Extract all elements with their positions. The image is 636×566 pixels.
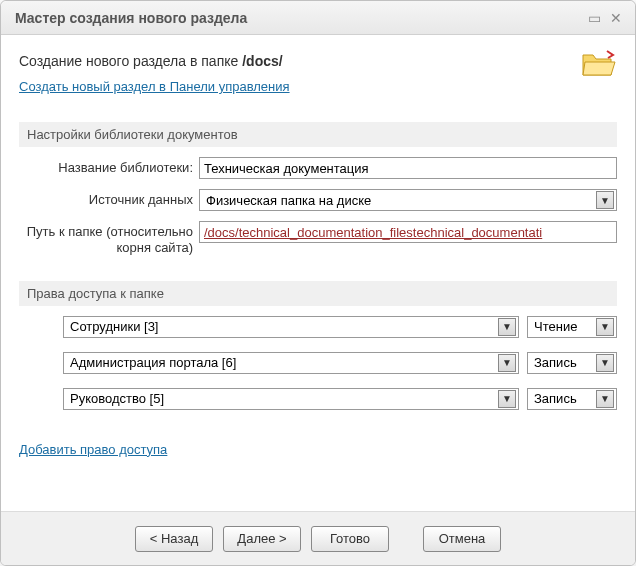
label-data-source: Источник данных xyxy=(19,189,199,208)
select-access-perm-1[interactable]: Запись ▼ xyxy=(527,352,617,374)
heading: Создание нового раздела в папке /docs/ xyxy=(19,53,617,69)
titlebar: Мастер создания нового раздела ▭ ✕ xyxy=(1,1,635,35)
select-access-group-0-value: Сотрудники [3] xyxy=(70,319,498,334)
select-access-perm-0[interactable]: Чтение ▼ xyxy=(527,316,617,338)
label-folder-path: Путь к папке (относительно корня сайта) xyxy=(19,221,199,257)
section-access-rights: Права доступа к папке xyxy=(19,281,617,306)
section-library-settings: Настройки библиотеки документов xyxy=(19,122,617,147)
dialog-content: Создание нового раздела в папке /docs/ С… xyxy=(1,35,635,511)
heading-prefix: Создание нового раздела в папке xyxy=(19,53,242,69)
input-library-name[interactable] xyxy=(199,157,617,179)
chevron-down-icon: ▼ xyxy=(596,354,614,372)
access-row: Сотрудники [3] ▼ Чтение ▼ xyxy=(63,316,617,338)
close-button[interactable]: ✕ xyxy=(607,9,625,27)
row-data-source: Источник данных Физическая папка на диск… xyxy=(19,189,617,211)
cancel-button[interactable]: Отмена xyxy=(423,526,501,552)
chevron-down-icon: ▼ xyxy=(596,390,614,408)
wizard-dialog: Мастер создания нового раздела ▭ ✕ Созда… xyxy=(0,0,636,566)
chevron-down-icon: ▼ xyxy=(498,318,516,336)
chevron-down-icon: ▼ xyxy=(498,354,516,372)
minimize-button[interactable]: ▭ xyxy=(585,9,603,27)
back-button[interactable]: < Назад xyxy=(135,526,213,552)
next-button[interactable]: Далее > xyxy=(223,526,301,552)
select-access-group-0[interactable]: Сотрудники [3] ▼ xyxy=(63,316,519,338)
finish-button[interactable]: Готово xyxy=(311,526,389,552)
select-access-group-1[interactable]: Администрация портала [6] ▼ xyxy=(63,352,519,374)
access-row: Администрация портала [6] ▼ Запись ▼ xyxy=(63,352,617,374)
dialog-title: Мастер создания нового раздела xyxy=(15,10,581,26)
select-data-source-value: Физическая папка на диске xyxy=(206,193,596,208)
folder-icon xyxy=(581,49,617,82)
add-access-link[interactable]: Добавить право доступа xyxy=(19,442,167,457)
select-access-perm-2-value: Запись xyxy=(534,391,596,406)
select-access-group-2-value: Руководство [5] xyxy=(70,391,498,406)
select-access-perm-1-value: Запись xyxy=(534,355,596,370)
row-library-name: Название библиотеки: xyxy=(19,157,617,179)
label-library-name: Название библиотеки: xyxy=(19,157,199,176)
row-folder-path: Путь к папке (относительно корня сайта) xyxy=(19,221,617,257)
select-access-perm-2[interactable]: Запись ▼ xyxy=(527,388,617,410)
control-panel-link[interactable]: Создать новый раздел в Панели управления xyxy=(19,79,290,94)
chevron-down-icon: ▼ xyxy=(596,318,614,336)
heading-path: /docs/ xyxy=(242,53,282,69)
select-data-source[interactable]: Физическая папка на диске ▼ xyxy=(199,189,617,211)
select-access-perm-0-value: Чтение xyxy=(534,319,596,334)
select-access-group-2[interactable]: Руководство [5] ▼ xyxy=(63,388,519,410)
dialog-footer: < Назад Далее > Готово Отмена xyxy=(1,511,635,565)
chevron-down-icon: ▼ xyxy=(498,390,516,408)
access-row: Руководство [5] ▼ Запись ▼ xyxy=(63,388,617,410)
chevron-down-icon: ▼ xyxy=(596,191,614,209)
select-access-group-1-value: Администрация портала [6] xyxy=(70,355,498,370)
input-folder-path[interactable] xyxy=(199,221,617,243)
